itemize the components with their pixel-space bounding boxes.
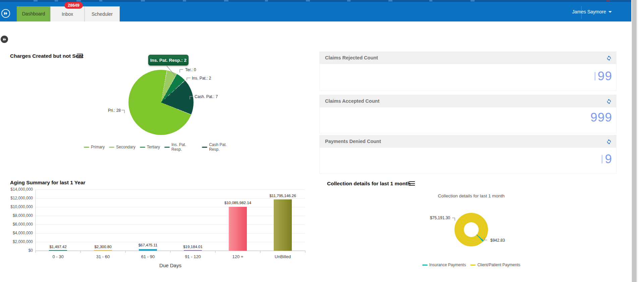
collection-chart-title: Collection details for last 1 month	[327, 181, 411, 187]
bar-value-label: $67,475.11	[124, 243, 171, 247]
inbox-count-badge: 28649	[64, 2, 83, 9]
kpi-card-title: Claims Accepted Count	[325, 98, 379, 104]
bar-120-plus[interactable]	[229, 207, 247, 251]
top-strip-fragment	[265, 0, 268, 1]
x-axis-label: 120 +	[214, 254, 261, 259]
top-strip-fragment	[471, 0, 475, 1]
donut-label-client: $75,191.30	[416, 216, 450, 220]
partial-digit	[601, 155, 603, 163]
tab-dashboard[interactable]: Dashboard	[17, 6, 50, 21]
legend-item-ins-pat-resp[interactable]: Ins. Pat. Resp.	[164, 142, 198, 152]
y-axis-label: $10,000,000	[7, 204, 33, 209]
kpi-value: 99	[594, 69, 612, 83]
bar-value-label: $1,497.42	[35, 245, 82, 249]
fast-forward-nav-button[interactable]	[1, 9, 10, 18]
legend-item-client-patient-payments[interactable]: Client/Patient Payments	[470, 263, 520, 267]
top-strip-fragment	[606, 0, 610, 1]
legend-swatch	[84, 147, 89, 148]
bar-value-label: $11,795,146.26	[259, 194, 306, 198]
y-axis-label: $8,000,000	[7, 213, 33, 218]
bar-61-90[interactable]	[139, 249, 157, 251]
bar-31-60[interactable]	[94, 250, 112, 251]
charges-chart-title: Charges Created but not Sent	[10, 53, 84, 59]
x-axis-title: Due Days	[137, 263, 204, 268]
top-strip-fragment	[141, 0, 145, 1]
legend-swatch	[422, 265, 428, 266]
y-axis-label: $0	[7, 248, 33, 253]
top-navbar: Dashboard Inbox Scheduler 28649 James Sa…	[0, 2, 631, 21]
kpi-card-claims-rejected: Claims Rejected Count 99	[319, 51, 616, 91]
pie-legend: Primary Secondary Tertiary Ins. Pat. Res…	[84, 142, 238, 152]
refresh-icon[interactable]	[606, 98, 612, 104]
y-axis-label: $12,000,000	[7, 196, 33, 200]
legend-swatch	[470, 265, 476, 266]
y-axis-label: $2,000,000	[7, 239, 33, 244]
kpi-card-payments-denied: Payments Denied Count 9	[319, 135, 616, 174]
top-strip-fragment	[388, 0, 392, 1]
x-axis-label: 0 - 30	[35, 254, 82, 259]
kpi-card-title: Payments Denied Count	[325, 139, 381, 144]
user-menu[interactable]: James Saymore	[572, 2, 612, 21]
kpi-card-header: Claims Accepted Count	[320, 95, 616, 107]
legend-item-secondary[interactable]: Secondary	[109, 145, 135, 149]
kpi-value: 9	[601, 152, 612, 166]
collection-legend: Insurance Payments Client/Patient Paymen…	[411, 263, 532, 267]
y-axis-label: $14,000,000	[7, 187, 33, 192]
tab-scheduler[interactable]: Scheduler	[85, 6, 120, 21]
partial-digit	[594, 72, 596, 81]
bar-0-30[interactable]	[49, 250, 67, 251]
user-name: James Saymore	[572, 9, 606, 14]
legend-swatch	[202, 147, 207, 148]
legend-item-tertiary[interactable]: Tertiary	[140, 145, 160, 149]
kpi-value: 999	[590, 110, 612, 125]
sidebar-expand-button[interactable]	[1, 36, 8, 43]
top-strip-fragment	[34, 0, 38, 1]
bar-unbilled[interactable]	[274, 199, 292, 251]
pie-label-primary: Pri.: 28	[108, 108, 121, 113]
top-strip-fragment	[429, 0, 432, 1]
x-axis-label: 61 - 90	[124, 254, 171, 259]
chevron-down-icon	[608, 11, 612, 13]
fast-forward-icon	[3, 38, 6, 41]
top-strip-fragment	[306, 0, 310, 1]
pie-label-cash-pat: Cash. Pat.: 7	[195, 94, 218, 99]
kpi-card-header: Payments Denied Count	[320, 135, 616, 148]
bar-value-label: $19,184.01	[169, 245, 216, 249]
x-axis-label: 91 - 120	[169, 254, 216, 259]
collection-inner-title: Collection details for last 1 month	[404, 193, 538, 198]
kpi-card-title: Claims Rejected Count	[325, 55, 378, 60]
pie-tooltip: Ins. Pat. Resp.: 2	[148, 55, 189, 65]
collection-chart-menu-icon[interactable]	[409, 181, 415, 186]
scrollbar-thumb[interactable]	[632, 0, 637, 282]
x-axis-label: 31 - 60	[79, 254, 126, 259]
fast-forward-icon	[4, 12, 8, 15]
legend-swatch	[140, 147, 145, 148]
donut-label-insurance: $942.83	[490, 238, 505, 243]
legend-swatch	[164, 147, 170, 148]
top-strip-fragment	[55, 0, 58, 1]
bar-value-label: $10,085,982.14	[214, 201, 261, 205]
top-strip-fragment	[76, 0, 81, 1]
legend-item-primary[interactable]: Primary	[84, 145, 105, 149]
bar-91-120[interactable]	[184, 250, 202, 251]
legend-item-insurance-payments[interactable]: Insurance Payments	[422, 263, 466, 267]
y-axis-label: $6,000,000	[7, 222, 33, 227]
top-strip-fragment	[183, 0, 186, 1]
legend-item-cash-pat-resp[interactable]: Cash Pat. Resp.	[202, 142, 238, 152]
aging-chart-title: Aging Summary for last 1 Year	[10, 180, 86, 186]
refresh-icon[interactable]	[606, 55, 612, 61]
pie-label-ins-pat: Ins. Pat.: 2	[192, 76, 211, 81]
x-axis-label: UnBilled	[259, 254, 306, 259]
kpi-card-claims-accepted: Claims Accepted Count 999	[319, 95, 616, 133]
pie-label-tertiary: Ter.: 0	[185, 67, 196, 72]
top-strip-fragment	[99, 0, 102, 1]
dashboard-page: Dashboard Inbox Scheduler 28649 James Sa…	[0, 0, 644, 282]
charges-chart-menu-icon[interactable]	[77, 54, 83, 58]
top-strip-fragment	[224, 0, 228, 1]
y-axis-label: $4,000,000	[7, 231, 33, 235]
bar-value-label: $2,300.80	[79, 245, 126, 249]
legend-swatch	[109, 147, 114, 148]
top-strip-fragment	[347, 0, 351, 1]
refresh-icon[interactable]	[606, 138, 612, 145]
kpi-card-header: Claims Rejected Count	[320, 52, 616, 64]
